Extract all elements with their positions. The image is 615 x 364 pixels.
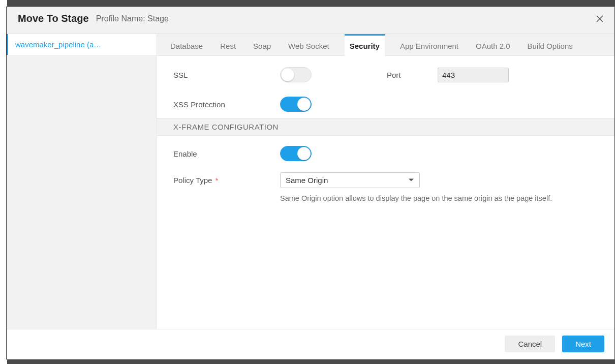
tab-oauth[interactable]: OAuth 2.0 — [474, 34, 512, 55]
tab-database[interactable]: Database — [168, 34, 205, 55]
port-label: Port — [387, 71, 438, 79]
modal-subtitle: Profile Name: Stage — [96, 14, 169, 23]
tab-security[interactable]: Security — [345, 34, 385, 56]
sidebar-item-label: wavemaker_pipeline — [15, 40, 85, 49]
port-input[interactable] — [438, 68, 509, 82]
ssl-label: SSL — [173, 71, 280, 79]
sidebar-item-suffix: (a… — [85, 40, 102, 49]
modal-title: Move To Stage — [18, 13, 89, 24]
chevron-down-icon — [408, 176, 414, 185]
cancel-button[interactable]: Cancel — [505, 336, 555, 352]
tabs-bar: Database Rest Soap Web Socket Security A… — [157, 34, 614, 56]
policy-type-value: Same Origin — [286, 176, 328, 185]
policy-help-text: Same Origin option allows to display the… — [280, 194, 585, 202]
policy-type-select[interactable]: Same Origin — [280, 172, 420, 188]
next-button[interactable]: Next — [562, 336, 604, 352]
sidebar-item-pipeline[interactable]: wavemaker_pipeline (a… — [7, 34, 157, 55]
xframe-section-header: X-FRAME CONFIGURATION — [157, 118, 614, 136]
enable-label: Enable — [173, 149, 280, 158]
pipeline-sidebar: wavemaker_pipeline (a… — [7, 34, 157, 329]
security-form-top: SSL Port XSS Protection — [157, 56, 614, 118]
security-pane: SSL Port XSS Protection X-FRAME CONFIGUR… — [157, 56, 614, 329]
modal-header: Move To Stage Profile Name: Stage — [7, 7, 614, 34]
policy-type-label: Policy Type * — [173, 176, 280, 185]
xframe-form: Enable Policy Type * Same Origin Same Or… — [157, 136, 614, 208]
modal-footer: Cancel Next — [7, 329, 614, 359]
tab-rest[interactable]: Rest — [218, 34, 238, 55]
tab-build-options[interactable]: Build Options — [526, 34, 575, 55]
required-asterisk: * — [216, 176, 219, 185]
xss-toggle[interactable] — [280, 97, 312, 112]
tab-app-environment[interactable]: App Environment — [398, 34, 460, 55]
move-to-stage-modal: Move To Stage Profile Name: Stage wavema… — [6, 6, 615, 360]
xss-label: XSS Protection — [173, 100, 280, 109]
tab-web-socket[interactable]: Web Socket — [286, 34, 331, 55]
modal-body: wavemaker_pipeline (a… Database Rest Soa… — [7, 34, 614, 329]
tab-soap[interactable]: Soap — [251, 34, 273, 55]
enable-toggle[interactable] — [280, 146, 312, 161]
ssl-toggle[interactable] — [280, 67, 312, 82]
close-icon[interactable] — [595, 14, 604, 23]
content-area: Database Rest Soap Web Socket Security A… — [157, 34, 614, 329]
